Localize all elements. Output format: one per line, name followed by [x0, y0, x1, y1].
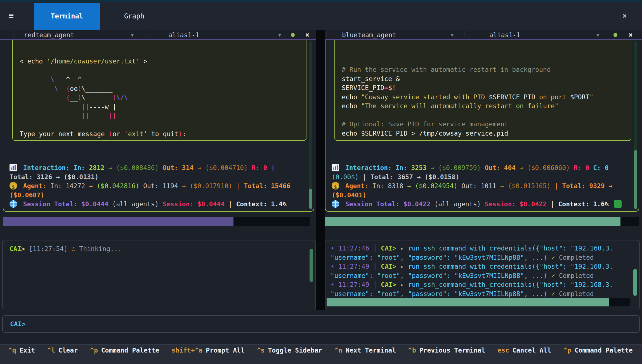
tab-separator — [145, 31, 145, 37]
session-tab-blueteam-agent[interactable]: blueteam_agent — [342, 31, 396, 39]
scrollbar-thumb[interactable] — [310, 249, 313, 282]
shortcut-key: ^q — [8, 347, 16, 354]
progress-fill — [3, 217, 233, 226]
terminal-line: start_service & — [342, 74, 624, 84]
terminal-line: \ (oo)\_______ — [20, 84, 299, 93]
terminal-line: || || — [20, 111, 299, 120]
shortcut-hint: escCancel All — [497, 347, 551, 364]
terminal-line: < echo '/home/cowuser/user.txt' > — [20, 57, 299, 66]
terminal-line: Session Total: $0.0444 (all agents) Sess… — [10, 200, 300, 209]
shortcut-key: ^b — [408, 347, 416, 354]
shortcut-key: ^l — [47, 347, 55, 354]
app-header: ≡ Terminal Graph × — [0, 2, 642, 30]
context-progress-bar-right — [325, 217, 639, 226]
terminal-line: Interaction: In: 3253 → ($0.009759) Out:… — [332, 163, 625, 172]
tab-separator — [13, 31, 13, 37]
terminal-output-box: # Run the service with automatic restart… — [334, 40, 631, 141]
shortcut-key: ^s — [257, 347, 265, 354]
terminal-line: (0.00$) | Total: 3657 → ($0.0158) — [332, 172, 625, 182]
scrollbar[interactable] — [309, 41, 312, 209]
history-progress-bar — [327, 298, 630, 306]
terminal-line: • 11:27:49 │ CAI> ▸ run_ssh_command_with… — [331, 262, 628, 271]
shortcut-hint: shift+^aPrompt All — [171, 347, 244, 364]
terminal-line: SERVICE_PID=$! — [342, 83, 624, 93]
session-tab-alias-right[interactable]: alias1-1 — [489, 31, 520, 39]
terminal-line: Agent: In: 8318 → ($0.024954) Out: 1011 … — [332, 181, 625, 191]
shortcut-key: ^p — [563, 347, 571, 354]
shortcut-label: Toggle Sidebar — [268, 347, 322, 354]
terminal-line: (__)\ )\/\ — [20, 93, 299, 102]
terminal-line: # Run the service with automatic restart… — [342, 65, 624, 74]
terminal-line: CAI> [11:27:54] ∴ Thinking... — [10, 244, 303, 254]
window-top-strip — [0, 0, 642, 2]
tab-separator — [464, 31, 464, 37]
terminal-line: ||----w | — [20, 102, 299, 112]
status-bar: ^qExit^lClear^pCommand Paletteshift+^aPr… — [0, 344, 642, 364]
chevron-down-icon[interactable]: ▼ — [131, 32, 134, 38]
shortcut-hint: ^pCommand Palette — [90, 347, 159, 364]
scrollbar-thumb[interactable] — [633, 269, 637, 296]
tab-separator — [158, 31, 158, 37]
terminal-line — [342, 111, 624, 120]
chevron-down-icon[interactable]: ▼ — [596, 32, 599, 38]
shortcut-label: Cancel All — [513, 347, 551, 354]
terminal-line: Agent: In: 14272 → ($0.042816) Out: 1194… — [10, 181, 300, 191]
blueteam-agent-pane: # Run the service with automatic restart… — [325, 40, 639, 212]
globe-icon — [332, 200, 339, 208]
blueteam-history-pane: • 11:27:46 │ CAI> ▸ run_ssh_command_with… — [325, 240, 640, 309]
session-tab-redteam-agent[interactable]: redteam_agent — [24, 31, 74, 39]
tab-graph[interactable]: Graph — [106, 3, 162, 30]
shortcut-key: esc — [497, 347, 509, 354]
menu-icon[interactable]: ≡ — [8, 10, 14, 21]
terminal-line: Total: 3126 → ($0.0131) — [10, 172, 300, 182]
terminal-line: • 11:27:49 │ CAI> ▸ run_ssh_command_with… — [331, 280, 628, 289]
terminal-line: "username": "root", "password": "kEw3svt… — [331, 289, 628, 299]
close-icon[interactable]: × — [629, 31, 632, 39]
scrollbar-thumb[interactable] — [309, 189, 312, 209]
money-bag-icon — [332, 182, 339, 190]
scrollbar-thumb[interactable] — [634, 150, 637, 209]
green-square-icon — [614, 200, 622, 208]
terminal-line: Session Total: $0.0422 (all agents) Sess… — [332, 200, 625, 209]
shortcut-hint: ^sToggle Sidebar — [257, 347, 322, 364]
tab-separator — [327, 31, 327, 37]
chevron-down-icon[interactable]: ▼ — [451, 32, 454, 38]
close-icon[interactable]: × — [305, 31, 309, 39]
chart-bar-icon — [10, 164, 17, 171]
shortcut-hint: ^bPrevious Terminal — [408, 347, 485, 364]
terminal-line: "username": "root", "password": "kEw3svt… — [331, 271, 628, 280]
terminal-line: ($0.0401) — [332, 191, 625, 200]
terminal-line: # Optional: Save PID for service managem… — [342, 120, 624, 129]
shortcut-label: Clear — [58, 347, 78, 354]
progress-fill — [325, 217, 620, 226]
shortcut-label: Command Palette — [575, 347, 633, 354]
terminal-line — [20, 120, 299, 130]
session-tab-alias-left[interactable]: alias1-1 — [168, 31, 199, 39]
shortcut-hint: ^pCommand Palette — [563, 347, 632, 364]
terminal-output-box: < echo '/home/cowuser/user.txt' > ------… — [12, 40, 306, 141]
chevron-down-icon[interactable]: ▼ — [278, 32, 281, 38]
history-log: CAI> [11:27:54] ∴ Thinking... — [3, 240, 315, 254]
terminal-line: • 11:27:46 │ CAI> ▸ run_ssh_command_with… — [331, 244, 628, 253]
shortcut-label: Prompt All — [206, 347, 244, 354]
globe-icon — [10, 200, 17, 208]
terminal-line: echo "The service will automatically res… — [342, 101, 624, 111]
shortcut-key: ^p — [90, 347, 98, 354]
input-prompt: CAI> — [10, 320, 25, 328]
money-bag-icon — [10, 182, 17, 190]
tab-terminal[interactable]: Terminal — [34, 3, 100, 30]
history-log: • 11:27:46 │ CAI> ▸ run_ssh_command_with… — [325, 240, 639, 299]
shortcut-key: ^n — [334, 347, 342, 354]
status-dot — [291, 33, 295, 37]
terminal-line: "username": "root", "password": "kEw3svt… — [331, 253, 628, 262]
pane-splitter[interactable] — [316, 30, 325, 310]
chart-bar-icon — [332, 164, 339, 171]
command-input[interactable]: CAI> — [2, 315, 640, 333]
scrollbar[interactable] — [634, 41, 637, 209]
token-stats: Interaction: In: 2812 → ($0.008436) Out:… — [10, 163, 300, 209]
shortcut-label: Next Terminal — [346, 347, 396, 354]
scrollbar[interactable] — [310, 242, 313, 307]
shortcut-key: shift+^a — [171, 347, 202, 354]
window-close-icon[interactable]: × — [622, 11, 627, 20]
scrollbar[interactable] — [633, 242, 637, 307]
